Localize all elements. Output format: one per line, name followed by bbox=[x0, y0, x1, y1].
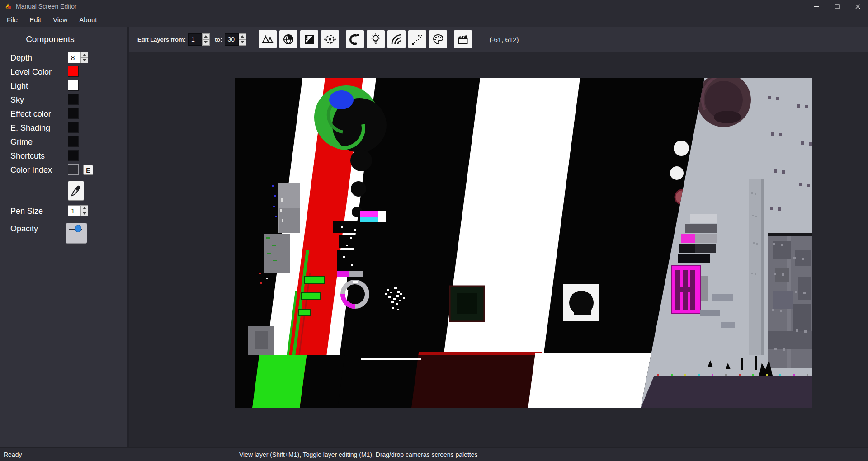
layers-to-down-button[interactable] bbox=[239, 40, 246, 46]
level-color-swatch[interactable] bbox=[68, 66, 79, 77]
camera-tool-button[interactable] bbox=[454, 30, 472, 48]
down-arrow-icon bbox=[83, 212, 86, 215]
window-title: Manual Screen Editor bbox=[16, 3, 77, 10]
opacity-label: Opacity bbox=[10, 224, 38, 233]
depth-row: Depth 8 bbox=[10, 52, 127, 64]
level-canvas[interactable] bbox=[129, 52, 868, 447]
light-row: Light bbox=[10, 80, 127, 92]
e-shading-swatch[interactable] bbox=[68, 122, 79, 133]
pen-size-row: Pen Size 1 bbox=[10, 205, 127, 217]
down-arrow-icon bbox=[241, 41, 244, 43]
pen-size-down-button[interactable] bbox=[80, 211, 88, 216]
color-index-row: Color Index E bbox=[10, 164, 127, 176]
opacity-slider[interactable] bbox=[66, 223, 87, 244]
camera-icon bbox=[457, 33, 469, 46]
down-arrow-icon bbox=[204, 41, 208, 43]
e-shading-label: E. Shading bbox=[10, 123, 50, 132]
globe-icon bbox=[282, 33, 295, 46]
layers-to-up-button[interactable] bbox=[239, 33, 246, 40]
effect-color-row: Effect color bbox=[10, 108, 127, 120]
layers-from-up-button[interactable] bbox=[202, 33, 210, 40]
up-arrow-icon bbox=[83, 207, 86, 209]
effect-color-label: Effect color bbox=[10, 109, 51, 118]
eyedropper-button[interactable] bbox=[68, 181, 84, 201]
pen-size-label: Pen Size bbox=[10, 207, 43, 216]
close-button[interactable] bbox=[847, 0, 868, 13]
toolbar: Edit Layers from: 1 to: 30 bbox=[129, 27, 868, 52]
hook-icon bbox=[349, 33, 361, 46]
depth-up-button[interactable] bbox=[80, 52, 88, 58]
depth-label: Depth bbox=[10, 53, 32, 62]
title-bar: Manual Screen Editor bbox=[0, 0, 868, 13]
depth-down-button[interactable] bbox=[80, 58, 88, 63]
grime-swatch[interactable] bbox=[68, 136, 79, 147]
sun-icon bbox=[324, 33, 336, 46]
terrain-tool-button[interactable] bbox=[259, 30, 277, 48]
minimize-icon bbox=[814, 4, 819, 9]
shortcuts-swatch[interactable] bbox=[68, 150, 79, 161]
rain-tool-button[interactable] bbox=[387, 30, 406, 48]
minimize-button[interactable] bbox=[806, 0, 826, 13]
status-hints: View layer (Shift+M1), Toggle layer edit… bbox=[239, 448, 477, 461]
app-icon bbox=[5, 3, 12, 10]
close-icon bbox=[855, 4, 860, 9]
sky-label: Sky bbox=[10, 95, 24, 104]
path-icon bbox=[411, 33, 424, 46]
bulb-icon bbox=[369, 33, 382, 46]
eyedropper-row bbox=[10, 181, 127, 202]
grime-row: Grime bbox=[10, 136, 127, 148]
light-swatch[interactable] bbox=[68, 80, 79, 91]
layers-to-label: to: bbox=[215, 36, 222, 43]
rain-icon bbox=[390, 33, 403, 46]
e-shading-row: E. Shading bbox=[10, 122, 127, 134]
eyedropper-icon bbox=[71, 184, 81, 197]
path-tool-button[interactable] bbox=[408, 30, 426, 48]
palette-tool-button[interactable] bbox=[429, 30, 447, 48]
color-index-e-button[interactable]: E bbox=[83, 165, 93, 175]
hook-tool-button[interactable] bbox=[346, 30, 364, 48]
opacity-row: Opacity bbox=[10, 223, 127, 246]
level-render bbox=[235, 78, 812, 408]
menu-view[interactable]: View bbox=[47, 13, 73, 27]
bulb-tool-button[interactable] bbox=[367, 30, 385, 48]
palette-icon bbox=[432, 33, 444, 46]
color-index-swatch[interactable] bbox=[68, 164, 79, 175]
menu-bar: File Edit View About bbox=[0, 13, 868, 27]
shortcuts-label: Shortcuts bbox=[10, 151, 45, 160]
components-heading: Components bbox=[0, 34, 127, 44]
sky-swatch[interactable] bbox=[68, 94, 79, 105]
pen-size-value[interactable]: 1 bbox=[68, 205, 80, 216]
components-panel: Components Depth 8 Level Color Light bbox=[0, 27, 129, 447]
sky-row: Sky bbox=[10, 94, 127, 106]
effect-color-swatch[interactable] bbox=[68, 108, 79, 119]
film-tool-button[interactable] bbox=[300, 30, 318, 48]
status-bar: Ready View layer (Shift+M1), Toggle laye… bbox=[0, 447, 868, 461]
layers-from-value[interactable]: 1 bbox=[188, 33, 202, 46]
light-label: Light bbox=[10, 81, 28, 90]
depth-value[interactable]: 8 bbox=[68, 52, 80, 63]
cursor-coordinates: (-61, 612) bbox=[490, 36, 519, 43]
pen-size-up-button[interactable] bbox=[80, 205, 88, 211]
layers-to-stepper[interactable]: 30 bbox=[225, 33, 246, 46]
menu-file[interactable]: File bbox=[1, 13, 24, 27]
globe-tool-button[interactable] bbox=[279, 30, 297, 48]
color-index-label: Color Index bbox=[10, 165, 52, 174]
maximize-button[interactable] bbox=[826, 0, 847, 13]
edit-layers-label: Edit Layers from: bbox=[137, 36, 186, 43]
up-arrow-icon bbox=[241, 35, 244, 38]
menu-about[interactable]: About bbox=[73, 13, 103, 27]
slider-thumb[interactable] bbox=[75, 225, 81, 232]
layers-from-down-button[interactable] bbox=[202, 40, 210, 46]
terrain-icon bbox=[261, 33, 274, 46]
grime-label: Grime bbox=[10, 137, 33, 146]
pen-size-stepper[interactable]: 1 bbox=[68, 205, 88, 216]
layers-to-value[interactable]: 30 bbox=[225, 33, 239, 46]
depth-stepper[interactable]: 8 bbox=[68, 52, 88, 63]
shortcuts-row: Shortcuts bbox=[10, 150, 127, 162]
film-icon bbox=[303, 33, 316, 46]
down-arrow-icon bbox=[83, 59, 86, 61]
sun-tool-button[interactable] bbox=[321, 30, 339, 48]
menu-edit[interactable]: Edit bbox=[24, 13, 47, 27]
maximize-icon bbox=[835, 4, 840, 9]
layers-from-stepper[interactable]: 1 bbox=[188, 33, 210, 46]
